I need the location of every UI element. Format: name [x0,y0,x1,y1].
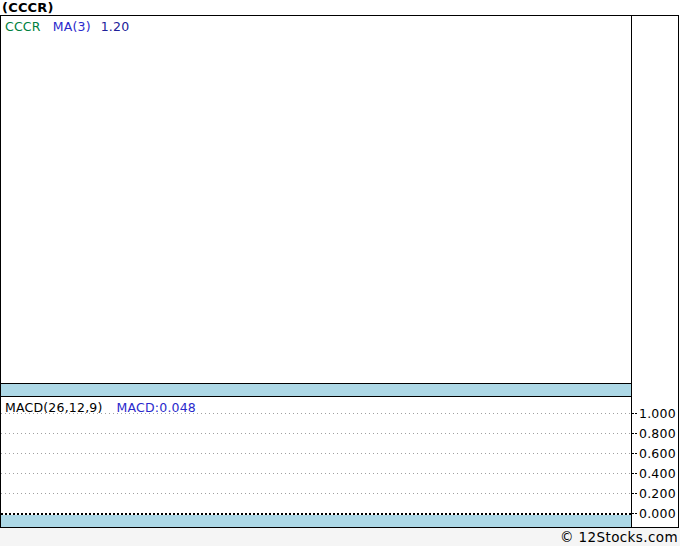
macd-pane-bottom-band [1,515,631,527]
legend-ticker-label: CCCR [5,19,41,34]
tick-label: 0.800 [639,426,676,441]
tick-label: 0.000 [639,506,676,521]
tick-mark [632,513,638,514]
page-title: (CCCR) [2,0,54,15]
tick-label: 0.200 [639,486,676,501]
tick-label: 0.400 [639,466,676,481]
y-axis-row: 0.600 [632,445,676,461]
macd-gridline [1,493,631,494]
macd-indicator-value: MACD:0.048 [117,400,196,415]
macd-pane: MACD(26,12,9)MACD:0.048 [1,397,631,527]
tick-label: 0.600 [639,446,676,461]
price-pane-bottom-band [1,383,631,396]
tick-mark [632,453,638,454]
legend-ma-label: MA(3) [53,19,91,34]
chart-frame: CCCRMA(3)1.20 MACD(26,12,9)MACD:0.048 1.… [0,15,679,528]
macd-gridline [1,453,631,454]
macd-indicator-label: MACD(26,12,9) [5,400,103,415]
legend-ma-value: 1.20 [101,19,130,34]
price-chart-pane: CCCRMA(3)1.20 [1,16,631,397]
macd-gridline [1,473,631,474]
y-axis-row: 0.400 [632,465,676,481]
tick-mark [632,493,638,494]
y-axis-row: 0.200 [632,485,676,501]
axis-divider-line [631,16,632,527]
macd-zero-gridline [1,513,631,515]
site-credit-link[interactable]: © 12Stocks.com [560,529,680,545]
y-axis-column: 1.0000.8000.6000.4000.2000.000 [632,16,678,527]
tick-label: 1.000 [639,406,676,421]
tick-mark [632,413,638,414]
footer: © 12Stocks.com [0,528,680,546]
tick-mark [632,473,638,474]
price-legend: CCCRMA(3)1.20 [5,19,129,34]
macd-gridline [1,433,631,434]
macd-legend: MACD(26,12,9)MACD:0.048 [5,400,196,415]
tick-mark [632,433,638,434]
y-axis-row: 0.000 [632,505,676,521]
y-axis-row: 0.800 [632,425,676,441]
y-axis-row: 1.000 [632,405,676,421]
